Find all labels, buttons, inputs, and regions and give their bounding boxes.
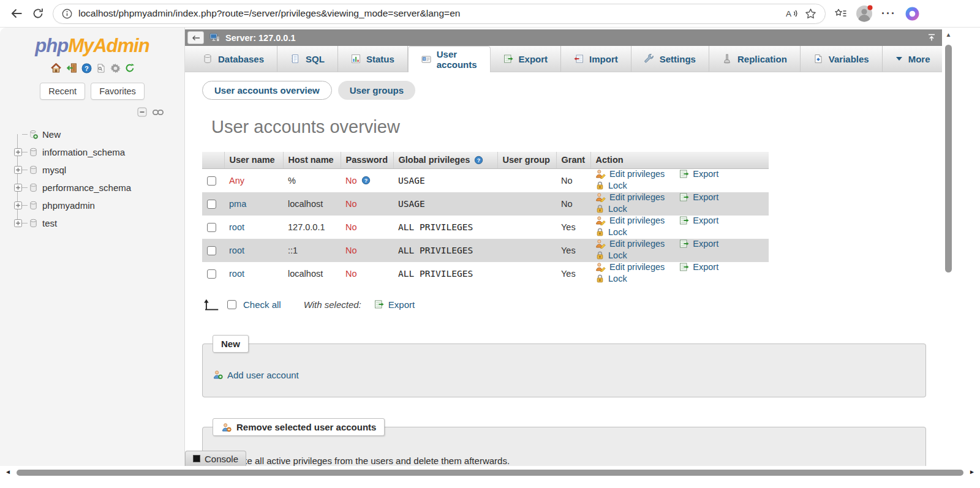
address-bar[interactable]: localhost/phpmyadmin/index.php?route=/se… xyxy=(53,4,826,24)
vertical-scroll-thumb[interactable] xyxy=(945,45,952,272)
lock-link[interactable]: Lock xyxy=(595,204,627,214)
edit-privileges-link[interactable]: Edit privileges xyxy=(595,169,665,179)
user-name[interactable]: Any xyxy=(229,176,244,186)
lock-link[interactable]: Lock xyxy=(595,181,627,190)
plus-expander-icon[interactable] xyxy=(14,166,22,174)
docs-icon[interactable] xyxy=(96,63,106,73)
user-name[interactable]: root xyxy=(229,246,244,255)
export-table-icon xyxy=(679,169,689,179)
lock-link[interactable]: Lock xyxy=(595,250,627,260)
browser-toolbar: localhost/phpmyadmin/index.php?route=/se… xyxy=(0,0,980,28)
tab-more[interactable]: More xyxy=(883,46,942,72)
site-info-icon[interactable] xyxy=(62,9,72,19)
edit-privileges-link[interactable]: Edit privileges xyxy=(595,216,665,225)
tab-databases[interactable]: Databases xyxy=(190,46,277,72)
host-name: localhost xyxy=(283,192,341,216)
tab-variables[interactable]: Variables xyxy=(801,46,883,72)
bulk-export-link[interactable]: Export xyxy=(374,299,415,310)
tree-item-label[interactable]: test xyxy=(42,218,57,228)
help-icon[interactable]: ? xyxy=(81,63,92,73)
collections-icon[interactable] xyxy=(834,8,847,19)
logout-icon[interactable] xyxy=(66,62,77,73)
scroll-right-icon[interactable]: ► xyxy=(969,468,975,475)
scroll-left-icon[interactable]: ◄ xyxy=(5,468,11,475)
edit-privileges-icon xyxy=(595,169,606,179)
link-panels-icon[interactable] xyxy=(153,107,164,117)
column-header-grant: Grant xyxy=(556,152,590,168)
row-checkbox[interactable] xyxy=(207,200,216,209)
horizontal-scrollbar[interactable]: ◄ ► xyxy=(0,467,980,478)
back-icon[interactable] xyxy=(10,7,23,20)
home-icon[interactable] xyxy=(50,62,62,73)
edit-privileges-link[interactable]: Edit privileges xyxy=(595,239,665,249)
action-label: Edit privileges xyxy=(609,169,665,179)
tab-export[interactable]: Export xyxy=(491,46,562,72)
row-checkbox[interactable] xyxy=(207,176,216,186)
user-group xyxy=(497,216,556,239)
export-link[interactable]: Export xyxy=(679,216,718,225)
action-label: Lock xyxy=(608,181,627,190)
plus-expander-icon[interactable] xyxy=(14,148,22,156)
tab-sql[interactable]: SQL xyxy=(277,46,338,72)
export-link[interactable]: Export xyxy=(679,262,718,272)
lock-link[interactable]: Lock xyxy=(595,274,627,283)
collapse-top-icon[interactable] xyxy=(927,33,936,42)
help-badge-icon[interactable]: ? xyxy=(474,156,483,165)
tree-item-label[interactable]: performance_schema xyxy=(42,182,131,193)
console-toggle[interactable]: Console xyxy=(185,451,246,466)
action-label: Lock xyxy=(608,250,627,260)
panel-button-favorites[interactable]: Favorites xyxy=(91,83,145,100)
export-link[interactable]: Export xyxy=(679,239,718,249)
collapse-all-icon[interactable] xyxy=(137,107,147,117)
row-checkbox[interactable] xyxy=(207,223,216,232)
user-name[interactable]: pma xyxy=(229,199,246,209)
user-name[interactable]: root xyxy=(229,222,244,232)
add-user-account-link[interactable]: Add user account xyxy=(213,370,299,380)
edit-privileges-link[interactable]: Edit privileges xyxy=(595,192,665,202)
tab-status[interactable]: Status xyxy=(338,46,408,72)
help-badge-icon[interactable]: ? xyxy=(361,176,371,185)
tree-item-label[interactable]: information_schema xyxy=(42,147,125,157)
edit-privileges-link[interactable]: Edit privileges xyxy=(595,262,665,272)
refresh-page-icon[interactable] xyxy=(32,7,44,20)
settings-gear-icon[interactable] xyxy=(110,63,121,73)
tab-settings[interactable]: Settings xyxy=(631,46,709,72)
table-header-row: User nameHost namePasswordGlobal privile… xyxy=(202,152,769,168)
subtab-user-accounts-overview[interactable]: User accounts overview xyxy=(202,81,332,100)
vertical-scrollbar[interactable]: ▲ xyxy=(944,29,953,465)
tab-import[interactable]: Import xyxy=(561,46,631,72)
check-all-link[interactable]: Check all xyxy=(243,299,281,310)
tab-user-accounts[interactable]: User accounts xyxy=(408,46,491,72)
subtab-user-groups[interactable]: User groups xyxy=(338,81,415,100)
scroll-up-icon[interactable]: ▲ xyxy=(944,29,953,40)
tree-item-label[interactable]: New xyxy=(42,129,61,140)
refresh-icon[interactable] xyxy=(125,63,135,73)
copilot-icon[interactable] xyxy=(905,6,920,21)
favorite-star-icon[interactable] xyxy=(805,8,816,20)
plus-expander-icon[interactable] xyxy=(14,184,22,192)
check-all-checkbox[interactable] xyxy=(227,300,236,309)
export-link[interactable]: Export xyxy=(679,192,718,202)
panel-button-recent[interactable]: Recent xyxy=(40,83,85,100)
plus-expander-icon[interactable] xyxy=(14,219,22,227)
horizontal-scroll-thumb[interactable] xyxy=(17,470,963,476)
url-text[interactable]: localhost/phpmyadmin/index.php?route=/se… xyxy=(78,8,780,19)
tree-item-label[interactable]: mysql xyxy=(42,165,66,175)
action-label: Export xyxy=(693,262,718,272)
lock-link[interactable]: Lock xyxy=(595,227,627,237)
tab-replication[interactable]: Replication xyxy=(709,46,801,72)
row-checkbox[interactable] xyxy=(207,246,216,255)
browser-menu-icon[interactable]: ··· xyxy=(881,7,896,20)
read-aloud-icon[interactable]: A xyxy=(786,9,799,18)
user-name[interactable]: root xyxy=(229,269,244,279)
column-header-host-name: Host name xyxy=(283,152,341,168)
nav-back-icon[interactable] xyxy=(187,31,204,44)
new-user-section: New Add user account xyxy=(202,335,926,398)
row-checkbox[interactable] xyxy=(207,269,216,279)
user-accounts-icon xyxy=(421,54,431,64)
tree-item-label[interactable]: phpmyadmin xyxy=(42,200,95,211)
export-link[interactable]: Export xyxy=(679,169,718,179)
plus-expander-icon[interactable] xyxy=(14,201,22,209)
database-icon xyxy=(29,201,38,210)
profile-avatar[interactable] xyxy=(856,5,873,22)
